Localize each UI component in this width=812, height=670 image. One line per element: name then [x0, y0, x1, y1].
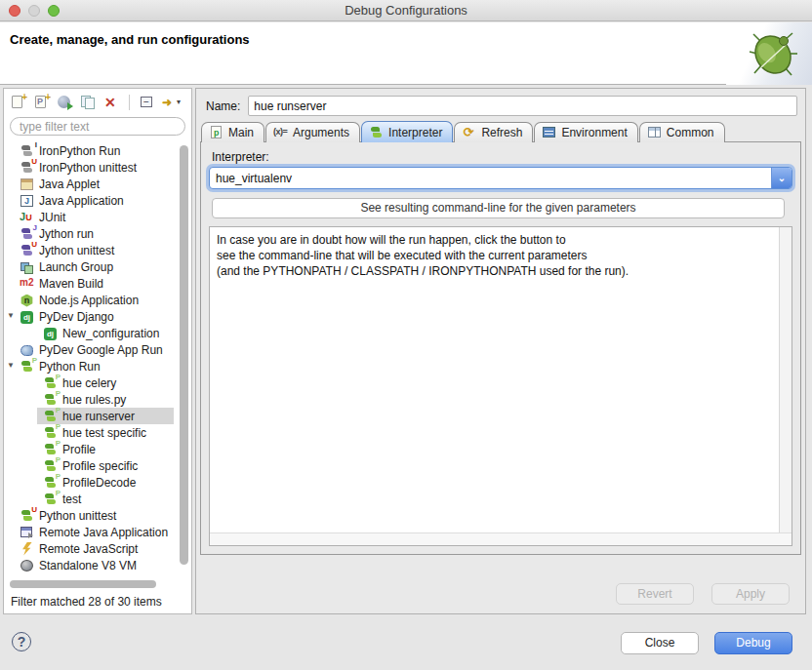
interpreter-tab-content: Interpreter: ⌄ See resulting command-lin…	[200, 141, 801, 555]
ironpython-icon: I	[20, 144, 35, 158]
filter-input[interactable]	[10, 117, 185, 136]
tree-horizontal-scrollbar[interactable]	[10, 580, 156, 588]
python-icon: P	[43, 393, 59, 407]
environment-icon	[542, 126, 556, 139]
debug-button[interactable]: Debug	[714, 632, 792, 654]
tree-item-hue-rules-py[interactable]: P hue rules.py	[4, 391, 191, 408]
remote-java-icon	[20, 526, 35, 539]
refresh-icon: ⟳	[462, 126, 476, 139]
v8-vm-icon	[20, 559, 35, 572]
maven-icon: m2	[20, 277, 35, 291]
tree-item-java-applet[interactable]: Java Applet	[4, 176, 191, 192]
tree-item-hue-runserver[interactable]: P hue runserver	[4, 408, 191, 424]
dialog-button-bar: ? Close Debug	[0, 615, 812, 670]
bug-icon	[726, 22, 812, 85]
tree-item-new-configuration[interactable]: dj New_configuration	[4, 325, 191, 341]
tree-item-remote-java-application[interactable]: Remote Java Application	[4, 524, 191, 540]
common-icon	[647, 126, 662, 139]
see-commandline-button[interactable]: See resulting command-line for the given…	[212, 198, 785, 218]
python-icon: P	[43, 426, 59, 440]
python-icon: P	[43, 476, 59, 490]
tree-item-hue-test-specific[interactable]: P hue test specific	[4, 424, 191, 441]
tree-item-python-run[interactable]: ▼ P Python Run	[4, 358, 191, 374]
tree-item-standalone-v8-vm[interactable]: Standalone V8 VM	[4, 557, 191, 573]
close-button[interactable]: Close	[621, 632, 699, 654]
filter-status: Filter matched 28 of 30 items	[4, 590, 191, 613]
new-configuration-icon[interactable]: +	[10, 95, 26, 110]
configurations-sidebar: + P+ ✕ − ➜▾ I IronPython Run U IronPytho…	[3, 88, 192, 614]
tree-item-ironpython-unittest[interactable]: U IronPython unittest	[4, 159, 191, 176]
title-bar: Debug Configurations	[0, 0, 812, 21]
info-vertical-scrollbar[interactable]	[779, 227, 792, 532]
python-icon: P	[43, 493, 59, 506]
filter-row	[4, 115, 191, 139]
python-icon: P	[43, 410, 59, 423]
duplicate-configuration-icon[interactable]	[80, 95, 97, 110]
tree-item-launch-group[interactable]: Launch Group	[4, 258, 191, 275]
interpreter-input[interactable]	[210, 172, 771, 185]
info-text: In case you are in doubt how will the ru…	[210, 227, 779, 532]
jython-icon: J	[20, 227, 35, 241]
tab-main[interactable]: Main	[201, 122, 264, 142]
tab-arguments[interactable]: (x)= Arguments	[265, 122, 360, 142]
tree-item-pydev-django[interactable]: ▼ dj PyDev Django	[4, 308, 191, 325]
info-horizontal-scrollbar[interactable]	[210, 532, 792, 545]
nodejs-icon: n	[20, 294, 35, 307]
python-icon: P	[43, 459, 59, 473]
javascript-lightning-icon	[20, 542, 35, 556]
close-window-button[interactable]	[9, 5, 20, 17]
tree-horizontal-scrollbar-track	[4, 578, 191, 590]
ironpython-icon: U	[20, 161, 35, 175]
tree-item-remote-javascript[interactable]: Remote JavaScript	[4, 540, 191, 557]
junit-icon: JU	[20, 211, 35, 224]
name-input[interactable]	[248, 96, 797, 116]
tab-interpreter[interactable]: Interpreter	[361, 121, 453, 142]
launch-group-icon	[20, 260, 35, 274]
django-icon: dj	[43, 327, 59, 340]
python-icon: P	[20, 360, 35, 374]
django-icon: dj	[20, 310, 35, 324]
chevron-down-icon[interactable]: ⌄	[771, 168, 792, 188]
delete-configuration-icon[interactable]: ✕	[103, 95, 120, 110]
toolbar-separator	[129, 95, 130, 110]
interpreter-label: Interpreter:	[212, 150, 269, 164]
export-configuration-icon[interactable]	[57, 95, 73, 110]
minimize-window-button[interactable]	[28, 5, 40, 17]
window-controls	[9, 5, 60, 17]
arguments-icon: (x)=	[273, 126, 288, 139]
filter-launch-icon[interactable]: ➜▾	[162, 95, 179, 110]
interpreter-combobox[interactable]: ⌄	[209, 167, 792, 189]
tree-vertical-scrollbar[interactable]	[180, 145, 188, 565]
dialog-subtitle: Create, manage, and run configurations	[10, 32, 250, 47]
tree-item-maven-build[interactable]: m2 Maven Build	[4, 275, 191, 292]
new-prototype-icon[interactable]: P+	[33, 95, 50, 110]
python-icon	[369, 126, 384, 139]
tree-item-profiledecode[interactable]: P ProfileDecode	[4, 474, 191, 491]
tab-common[interactable]: Common	[639, 122, 725, 142]
help-button[interactable]: ?	[12, 632, 31, 651]
tree-item-java-application[interactable]: J Java Application	[4, 192, 191, 209]
collapse-all-icon[interactable]: −	[139, 95, 155, 110]
tree-item-python-unittest[interactable]: U Python unittest	[4, 507, 191, 524]
google-app-engine-icon	[20, 343, 35, 357]
name-row: Name:	[206, 96, 797, 116]
dialog-header: Create, manage, and run configurations	[0, 22, 812, 85]
tree-item-jython-unittest[interactable]: U Jython unittest	[4, 242, 191, 258]
tab-environment[interactable]: Environment	[534, 122, 637, 142]
expand-arrow-icon[interactable]: ▼	[7, 311, 15, 320]
expand-arrow-icon[interactable]: ▼	[7, 361, 15, 370]
tree-item-profile-specific[interactable]: P Profile specific	[4, 457, 191, 474]
tree-item-hue-celery[interactable]: P hue celery	[4, 374, 191, 391]
python-icon: P	[43, 443, 59, 456]
apply-button[interactable]: Apply	[711, 583, 790, 605]
tab-refresh[interactable]: ⟳ Refresh	[454, 122, 533, 142]
jython-icon: U	[20, 244, 35, 257]
name-label: Name:	[206, 99, 240, 113]
configuration-detail-panel: Name: Main (x)= Arguments Interpreter ⟳ …	[195, 88, 806, 614]
tree-item-profile[interactable]: P Profile	[4, 441, 191, 457]
revert-button[interactable]: Revert	[616, 583, 694, 605]
python-icon: P	[43, 376, 59, 390]
zoom-window-button[interactable]	[48, 5, 60, 17]
tree-item-nodejs-application[interactable]: n Node.js Application	[4, 292, 191, 308]
configurations-tree[interactable]: I IronPython Run U IronPython unittest J…	[4, 139, 191, 578]
